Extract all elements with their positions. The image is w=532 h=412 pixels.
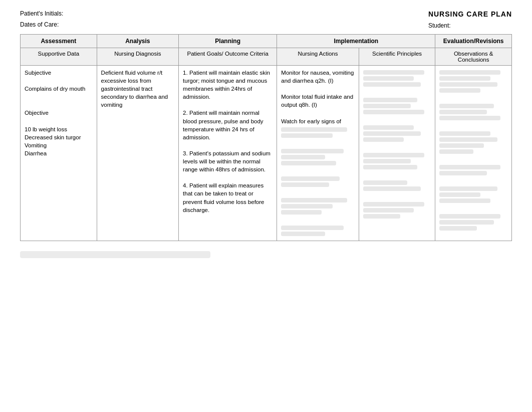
header-section: Patient's Initials: Dates of Care: NURSI…: [20, 10, 512, 29]
table-row: Subjective Complains of dry mouth Object…: [21, 66, 512, 241]
subjective-text: Complains of dry mouth: [25, 85, 93, 93]
goal-1: 1. Patient will maintain elastic skin tu…: [183, 69, 273, 101]
planning-header: Planning: [179, 35, 277, 48]
supportive-data-header: Supportive Data: [21, 48, 97, 66]
nursing-actions-cell: Monitor for nausea, vomiting and diarrhe…: [277, 66, 359, 241]
header-right: NURSING CARE PLAN Student:: [428, 10, 512, 29]
implementation-header: Implementation: [277, 35, 435, 48]
page: Patient's Initials: Dates of Care: NURSI…: [0, 0, 532, 268]
care-plan-table: Assessment Analysis Planning Implementat…: [20, 34, 512, 241]
footer-blurred: [20, 251, 210, 258]
subjective-label: Subjective: [25, 69, 93, 77]
page-title: NURSING CARE PLAN: [428, 10, 512, 18]
evaluation-cell: [435, 66, 512, 241]
header-row-1: Assessment Analysis Planning Implementat…: [21, 35, 512, 48]
assessment-header: Assessment: [21, 35, 97, 48]
evaluation-header: Evaluation/Revisions: [435, 35, 512, 48]
objective-label: Objective: [25, 109, 93, 117]
scientific-principles-header: Scientific Principles: [359, 48, 435, 66]
scientific-principles-cell: [359, 66, 435, 241]
action-1: Monitor for nausea, vomiting and diarrhe…: [281, 69, 355, 85]
student-label: Student:: [428, 22, 451, 29]
objective-item-2: Decreased skin turgor: [25, 133, 93, 141]
analysis-cell: Deficient fluid volume r/t excessive los…: [97, 66, 179, 241]
goal-2: 2. Patient will maintain normal blood pr…: [183, 109, 273, 141]
objective-item-1: 10 lb weight loss: [25, 125, 93, 133]
assessment-cell: Subjective Complains of dry mouth Object…: [21, 66, 97, 241]
evaluation-content: [439, 70, 507, 231]
observations-conclusions-header: Observations & Conclusions: [435, 48, 512, 66]
nursing-diagnosis-header: Nursing Diagnosis: [97, 48, 179, 66]
nursing-actions-content: Monitor for nausea, vomiting and diarrhe…: [281, 69, 355, 236]
dates-of-care-label: Dates of Care:: [20, 21, 63, 28]
header-left: Patient's Initials: Dates of Care:: [20, 10, 63, 29]
analysis-content: Deficient fluid volume r/t excessive los…: [101, 69, 175, 109]
planning-cell: 1. Patient will maintain elastic skin tu…: [179, 66, 277, 241]
objective-item-3: Vomiting: [25, 141, 93, 149]
assessment-content: Subjective Complains of dry mouth Object…: [25, 69, 93, 157]
patients-initials-label: Patient's Initials:: [20, 10, 63, 17]
goal-4: 4. Patient will explain measures that ca…: [183, 181, 273, 214]
action-2: Monitor total fluid intake and output q8…: [281, 93, 355, 109]
scientific-principles-content: [363, 70, 431, 219]
planning-content: 1. Patient will maintain elastic skin tu…: [183, 69, 273, 214]
action-3: Watch for early signs of: [281, 117, 355, 125]
nursing-actions-header: Nursing Actions: [277, 48, 359, 66]
patient-goals-header: Patient Goals/ Outcome Criteria: [179, 48, 277, 66]
header-row-2: Supportive Data Nursing Diagnosis Patien…: [21, 48, 512, 66]
analysis-header: Analysis: [97, 35, 179, 48]
objective-item-4: Diarrhea: [25, 149, 93, 157]
goal-3: 3. Patient's potassium and sodium levels…: [183, 149, 273, 173]
